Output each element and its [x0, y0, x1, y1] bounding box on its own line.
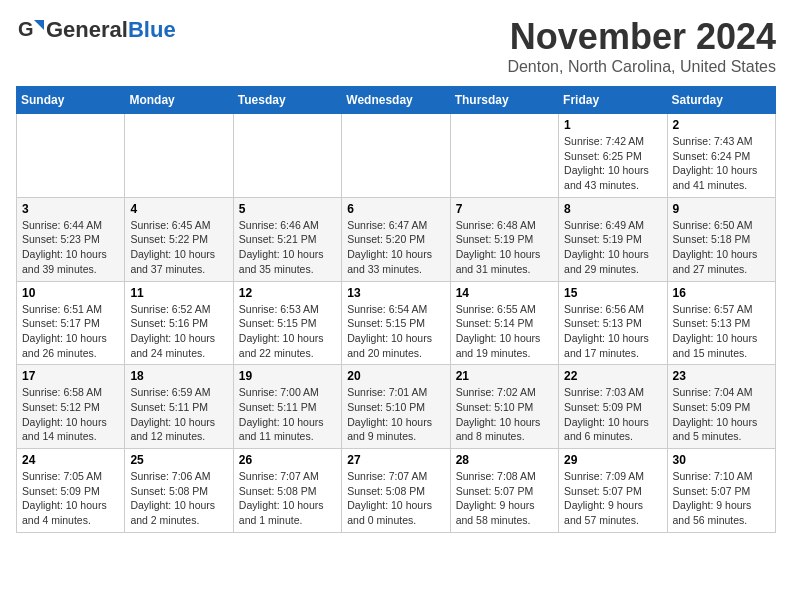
- day-number: 5: [239, 202, 336, 216]
- calendar-body: 1Sunrise: 7:42 AM Sunset: 6:25 PM Daylig…: [17, 114, 776, 533]
- day-number: 1: [564, 118, 661, 132]
- day-info: Sunrise: 6:46 AM Sunset: 5:21 PM Dayligh…: [239, 218, 336, 277]
- day-number: 6: [347, 202, 444, 216]
- day-info: Sunrise: 6:52 AM Sunset: 5:16 PM Dayligh…: [130, 302, 227, 361]
- calendar-cell: 13Sunrise: 6:54 AM Sunset: 5:15 PM Dayli…: [342, 281, 450, 365]
- day-info: Sunrise: 7:43 AM Sunset: 6:24 PM Dayligh…: [673, 134, 770, 193]
- day-number: 4: [130, 202, 227, 216]
- calendar-cell: 4Sunrise: 6:45 AM Sunset: 5:22 PM Daylig…: [125, 197, 233, 281]
- calendar-day-header: Sunday: [17, 87, 125, 114]
- day-info: Sunrise: 6:56 AM Sunset: 5:13 PM Dayligh…: [564, 302, 661, 361]
- page-header: G GeneralBlue November 2024 Denton, Nort…: [16, 16, 776, 76]
- calendar-cell: 21Sunrise: 7:02 AM Sunset: 5:10 PM Dayli…: [450, 365, 558, 449]
- calendar-cell: 28Sunrise: 7:08 AM Sunset: 5:07 PM Dayli…: [450, 449, 558, 533]
- day-number: 28: [456, 453, 553, 467]
- calendar-cell: 22Sunrise: 7:03 AM Sunset: 5:09 PM Dayli…: [559, 365, 667, 449]
- day-number: 13: [347, 286, 444, 300]
- calendar-cell: [342, 114, 450, 198]
- calendar-cell: 10Sunrise: 6:51 AM Sunset: 5:17 PM Dayli…: [17, 281, 125, 365]
- calendar-cell: 3Sunrise: 6:44 AM Sunset: 5:23 PM Daylig…: [17, 197, 125, 281]
- month-title: November 2024: [507, 16, 776, 58]
- calendar-week-row: 3Sunrise: 6:44 AM Sunset: 5:23 PM Daylig…: [17, 197, 776, 281]
- day-info: Sunrise: 6:50 AM Sunset: 5:18 PM Dayligh…: [673, 218, 770, 277]
- calendar-week-row: 10Sunrise: 6:51 AM Sunset: 5:17 PM Dayli…: [17, 281, 776, 365]
- day-number: 22: [564, 369, 661, 383]
- calendar-week-row: 24Sunrise: 7:05 AM Sunset: 5:09 PM Dayli…: [17, 449, 776, 533]
- day-info: Sunrise: 7:10 AM Sunset: 5:07 PM Dayligh…: [673, 469, 770, 528]
- calendar-cell: 8Sunrise: 6:49 AM Sunset: 5:19 PM Daylig…: [559, 197, 667, 281]
- day-info: Sunrise: 6:44 AM Sunset: 5:23 PM Dayligh…: [22, 218, 119, 277]
- calendar-day-header: Friday: [559, 87, 667, 114]
- day-info: Sunrise: 7:07 AM Sunset: 5:08 PM Dayligh…: [347, 469, 444, 528]
- calendar-cell: 16Sunrise: 6:57 AM Sunset: 5:13 PM Dayli…: [667, 281, 775, 365]
- calendar-table: SundayMondayTuesdayWednesdayThursdayFrid…: [16, 86, 776, 533]
- day-number: 10: [22, 286, 119, 300]
- day-number: 7: [456, 202, 553, 216]
- calendar-cell: 26Sunrise: 7:07 AM Sunset: 5:08 PM Dayli…: [233, 449, 341, 533]
- calendar-cell: 11Sunrise: 6:52 AM Sunset: 5:16 PM Dayli…: [125, 281, 233, 365]
- day-info: Sunrise: 6:58 AM Sunset: 5:12 PM Dayligh…: [22, 385, 119, 444]
- calendar-header-row: SundayMondayTuesdayWednesdayThursdayFrid…: [17, 87, 776, 114]
- calendar-cell: 27Sunrise: 7:07 AM Sunset: 5:08 PM Dayli…: [342, 449, 450, 533]
- calendar-cell: 30Sunrise: 7:10 AM Sunset: 5:07 PM Dayli…: [667, 449, 775, 533]
- day-number: 27: [347, 453, 444, 467]
- day-number: 19: [239, 369, 336, 383]
- logo: G GeneralBlue: [16, 16, 176, 44]
- day-info: Sunrise: 7:05 AM Sunset: 5:09 PM Dayligh…: [22, 469, 119, 528]
- day-info: Sunrise: 7:03 AM Sunset: 5:09 PM Dayligh…: [564, 385, 661, 444]
- day-number: 3: [22, 202, 119, 216]
- calendar-cell: 1Sunrise: 7:42 AM Sunset: 6:25 PM Daylig…: [559, 114, 667, 198]
- calendar-cell: 6Sunrise: 6:47 AM Sunset: 5:20 PM Daylig…: [342, 197, 450, 281]
- calendar-week-row: 17Sunrise: 6:58 AM Sunset: 5:12 PM Dayli…: [17, 365, 776, 449]
- day-info: Sunrise: 7:42 AM Sunset: 6:25 PM Dayligh…: [564, 134, 661, 193]
- calendar-cell: 12Sunrise: 6:53 AM Sunset: 5:15 PM Dayli…: [233, 281, 341, 365]
- calendar-day-header: Thursday: [450, 87, 558, 114]
- calendar-cell: 20Sunrise: 7:01 AM Sunset: 5:10 PM Dayli…: [342, 365, 450, 449]
- day-info: Sunrise: 7:01 AM Sunset: 5:10 PM Dayligh…: [347, 385, 444, 444]
- day-number: 14: [456, 286, 553, 300]
- title-block: November 2024 Denton, North Carolina, Un…: [507, 16, 776, 76]
- logo-icon: G: [16, 16, 44, 44]
- day-info: Sunrise: 6:48 AM Sunset: 5:19 PM Dayligh…: [456, 218, 553, 277]
- day-info: Sunrise: 6:57 AM Sunset: 5:13 PM Dayligh…: [673, 302, 770, 361]
- day-info: Sunrise: 6:55 AM Sunset: 5:14 PM Dayligh…: [456, 302, 553, 361]
- calendar-day-header: Wednesday: [342, 87, 450, 114]
- day-number: 24: [22, 453, 119, 467]
- day-number: 29: [564, 453, 661, 467]
- day-info: Sunrise: 6:54 AM Sunset: 5:15 PM Dayligh…: [347, 302, 444, 361]
- logo-blue-text: Blue: [128, 17, 176, 43]
- calendar-cell: 5Sunrise: 6:46 AM Sunset: 5:21 PM Daylig…: [233, 197, 341, 281]
- day-info: Sunrise: 6:49 AM Sunset: 5:19 PM Dayligh…: [564, 218, 661, 277]
- calendar-week-row: 1Sunrise: 7:42 AM Sunset: 6:25 PM Daylig…: [17, 114, 776, 198]
- day-number: 25: [130, 453, 227, 467]
- svg-text:G: G: [18, 18, 34, 40]
- day-number: 26: [239, 453, 336, 467]
- day-info: Sunrise: 6:53 AM Sunset: 5:15 PM Dayligh…: [239, 302, 336, 361]
- calendar-cell: 18Sunrise: 6:59 AM Sunset: 5:11 PM Dayli…: [125, 365, 233, 449]
- calendar-cell: 24Sunrise: 7:05 AM Sunset: 5:09 PM Dayli…: [17, 449, 125, 533]
- day-number: 30: [673, 453, 770, 467]
- day-number: 20: [347, 369, 444, 383]
- day-info: Sunrise: 6:45 AM Sunset: 5:22 PM Dayligh…: [130, 218, 227, 277]
- day-info: Sunrise: 6:51 AM Sunset: 5:17 PM Dayligh…: [22, 302, 119, 361]
- calendar-cell: 19Sunrise: 7:00 AM Sunset: 5:11 PM Dayli…: [233, 365, 341, 449]
- calendar-cell: 14Sunrise: 6:55 AM Sunset: 5:14 PM Dayli…: [450, 281, 558, 365]
- calendar-cell: 17Sunrise: 6:58 AM Sunset: 5:12 PM Dayli…: [17, 365, 125, 449]
- day-info: Sunrise: 7:04 AM Sunset: 5:09 PM Dayligh…: [673, 385, 770, 444]
- day-number: 11: [130, 286, 227, 300]
- day-number: 18: [130, 369, 227, 383]
- day-number: 23: [673, 369, 770, 383]
- day-number: 17: [22, 369, 119, 383]
- calendar-day-header: Tuesday: [233, 87, 341, 114]
- calendar-day-header: Saturday: [667, 87, 775, 114]
- day-info: Sunrise: 6:59 AM Sunset: 5:11 PM Dayligh…: [130, 385, 227, 444]
- calendar-cell: 2Sunrise: 7:43 AM Sunset: 6:24 PM Daylig…: [667, 114, 775, 198]
- calendar-cell: 29Sunrise: 7:09 AM Sunset: 5:07 PM Dayli…: [559, 449, 667, 533]
- day-info: Sunrise: 7:00 AM Sunset: 5:11 PM Dayligh…: [239, 385, 336, 444]
- day-number: 15: [564, 286, 661, 300]
- svg-marker-1: [34, 20, 44, 30]
- day-number: 16: [673, 286, 770, 300]
- day-info: Sunrise: 7:08 AM Sunset: 5:07 PM Dayligh…: [456, 469, 553, 528]
- day-info: Sunrise: 7:07 AM Sunset: 5:08 PM Dayligh…: [239, 469, 336, 528]
- day-info: Sunrise: 6:47 AM Sunset: 5:20 PM Dayligh…: [347, 218, 444, 277]
